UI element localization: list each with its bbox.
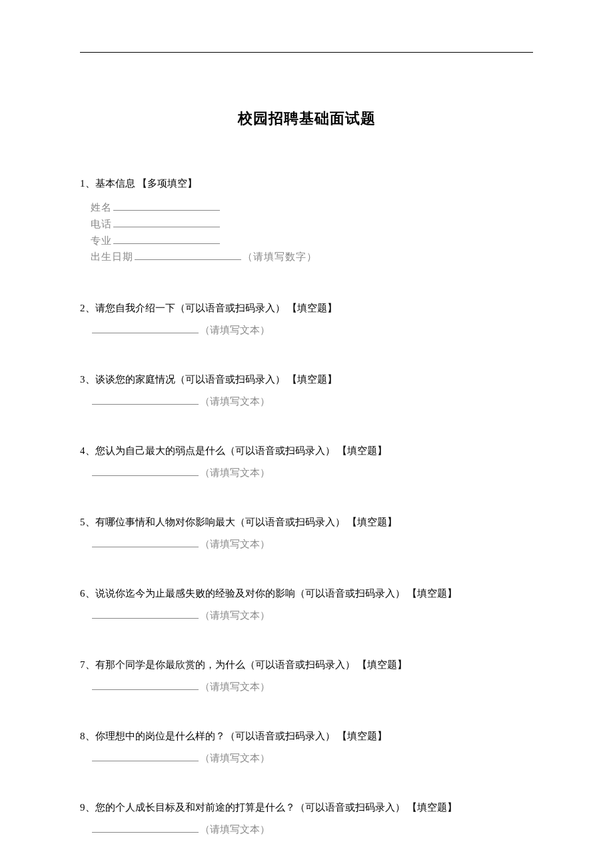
field-phone-label: 电话 bbox=[91, 219, 112, 229]
question-8-input[interactable] bbox=[92, 752, 199, 761]
question-8: 8、你理想中的岗位是什么样的？（可以语音或扫码录入） 【填空题】 （请填写文本） bbox=[80, 728, 533, 765]
question-7-title: 7、有那个同学是你最欣赏的，为什么（可以语音或扫码录入） 【填空题】 bbox=[80, 657, 533, 673]
question-8-title: 8、你理想中的岗位是什么样的？（可以语音或扫码录入） 【填空题】 bbox=[80, 728, 533, 744]
question-2-title: 2、请您自我介绍一下（可以语音或扫码录入） 【填空题】 bbox=[80, 300, 533, 316]
question-7-input[interactable] bbox=[92, 681, 199, 690]
question-7-answer: （请填写文本） bbox=[80, 681, 533, 693]
question-6-hint: （请填写文本） bbox=[200, 610, 270, 621]
question-4-hint: （请填写文本） bbox=[200, 467, 270, 478]
field-major-input[interactable] bbox=[113, 235, 220, 244]
question-4-answer: （请填写文本） bbox=[80, 467, 533, 479]
question-7-hint: （请填写文本） bbox=[200, 681, 270, 692]
question-9-hint: （请填写文本） bbox=[200, 824, 270, 835]
question-2-answer: （请填写文本） bbox=[80, 324, 533, 337]
field-major-label: 专业 bbox=[91, 235, 112, 246]
question-9-title: 9、您的个人成长目标及和对前途的打算是什么？（可以语音或扫码录入） 【填空题】 bbox=[80, 799, 533, 815]
question-4: 4、您认为自己最大的弱点是什么（可以语音或扫码录入） 【填空题】 （请填写文本） bbox=[80, 443, 533, 479]
question-3-title: 3、谈谈您的家庭情况（可以语音或扫码录入） 【填空题】 bbox=[80, 371, 533, 387]
question-5-input[interactable] bbox=[92, 538, 199, 547]
question-8-answer: （请填写文本） bbox=[80, 752, 533, 765]
document-title: 校园招聘基础面试题 bbox=[80, 109, 533, 129]
top-horizontal-rule bbox=[80, 52, 533, 53]
field-birth-input[interactable] bbox=[135, 251, 241, 260]
question-1-title: 1、基本信息 【多项填空】 bbox=[80, 175, 533, 191]
question-8-hint: （请填写文本） bbox=[200, 753, 270, 763]
question-5: 5、有哪位事情和人物对你影响最大（可以语音或扫码录入） 【填空题】 （请填写文本… bbox=[80, 514, 533, 551]
question-6-answer: （请填写文本） bbox=[80, 609, 533, 622]
question-6-input[interactable] bbox=[92, 609, 199, 619]
field-name-input[interactable] bbox=[113, 201, 220, 211]
question-3-answer: （请填写文本） bbox=[80, 395, 533, 408]
question-9: 9、您的个人成长目标及和对前途的打算是什么？（可以语音或扫码录入） 【填空题】 … bbox=[80, 799, 533, 836]
question-6-title: 6、说说你迄今为止最感失败的经验及对你的影响（可以语音或扫码录入） 【填空题】 bbox=[80, 585, 533, 601]
field-birth-hint: （请填写数字） bbox=[243, 251, 317, 262]
field-phone: 电话 bbox=[91, 216, 533, 233]
field-name-label: 姓名 bbox=[91, 202, 112, 213]
question-2-input[interactable] bbox=[92, 324, 199, 333]
question-2: 2、请您自我介绍一下（可以语音或扫码录入） 【填空题】 （请填写文本） bbox=[80, 300, 533, 337]
field-birth-label: 出生日期 bbox=[91, 251, 133, 262]
question-3-hint: （请填写文本） bbox=[200, 396, 270, 407]
question-2-hint: （请填写文本） bbox=[200, 325, 270, 335]
field-phone-input[interactable] bbox=[113, 218, 220, 227]
question-9-answer: （请填写文本） bbox=[80, 823, 533, 836]
question-4-input[interactable] bbox=[92, 467, 199, 476]
question-7: 7、有那个同学是你最欣赏的，为什么（可以语音或扫码录入） 【填空题】 （请填写文… bbox=[80, 657, 533, 693]
question-6: 6、说说你迄今为止最感失败的经验及对你的影响（可以语音或扫码录入） 【填空题】 … bbox=[80, 585, 533, 622]
question-3-input[interactable] bbox=[92, 395, 199, 405]
question-5-title: 5、有哪位事情和人物对你影响最大（可以语音或扫码录入） 【填空题】 bbox=[80, 514, 533, 530]
question-4-title: 4、您认为自己最大的弱点是什么（可以语音或扫码录入） 【填空题】 bbox=[80, 443, 533, 459]
question-3: 3、谈谈您的家庭情况（可以语音或扫码录入） 【填空题】 （请填写文本） bbox=[80, 371, 533, 408]
field-name: 姓名 bbox=[91, 199, 533, 216]
question-1-fields: 姓名 电话 专业 出生日期（请填写数字） bbox=[80, 199, 533, 265]
field-major: 专业 bbox=[91, 233, 533, 249]
question-1: 1、基本信息 【多项填空】 姓名 电话 专业 出生日期（请填写数字） bbox=[80, 175, 533, 265]
question-5-answer: （请填写文本） bbox=[80, 538, 533, 551]
question-5-hint: （请填写文本） bbox=[200, 539, 270, 549]
question-9-input[interactable] bbox=[92, 823, 199, 833]
field-birth: 出生日期（请填写数字） bbox=[91, 249, 533, 265]
